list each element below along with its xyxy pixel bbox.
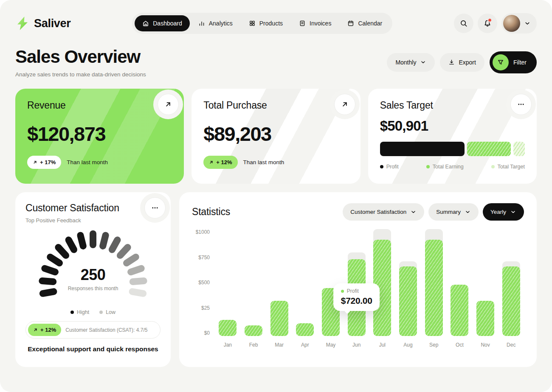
purchase-expand-button[interactable] — [334, 94, 355, 115]
nav-item-calendar[interactable]: Calendar — [340, 15, 390, 31]
legend-dot — [380, 165, 383, 168]
page-title: Sales Overview — [15, 47, 146, 67]
purchase-value: $89,203 — [203, 122, 348, 146]
products-icon — [249, 20, 256, 27]
csat-delta-badge: + 12% — [28, 324, 61, 336]
bar-oct — [451, 285, 468, 336]
target-segment-total-earning — [467, 142, 511, 156]
chart-column-apr[interactable] — [292, 229, 318, 336]
sales-target-progress — [380, 142, 525, 156]
tooltip-header: Profit — [341, 288, 372, 294]
csat-subtitle: Top Positive Feedback — [25, 217, 161, 224]
period-dropdown[interactable]: Monthly — [387, 53, 435, 72]
target-segment-profit — [380, 142, 465, 156]
gauge-value: 250 — [25, 266, 161, 284]
main-nav: DashboardAnalyticsProductsInvoicesCalend… — [132, 13, 392, 34]
legend-item-low: Low — [99, 309, 115, 315]
x-tick-oct: Oct — [447, 342, 473, 348]
chart-column-jan[interactable] — [215, 229, 241, 336]
stats-filter-label: Summary — [436, 209, 461, 215]
chart-column-mar[interactable] — [266, 229, 292, 336]
statistics-head: Statistics Customer SatisfactionSummaryY… — [192, 203, 524, 221]
legend-label: Total Earning — [433, 164, 464, 170]
export-button[interactable]: Export — [440, 53, 484, 72]
csat-legend: HightLow — [25, 309, 161, 315]
home-icon — [142, 20, 149, 27]
legend-item-total-earning: Total Earning — [426, 164, 464, 170]
revenue-card: Revenue $120,873 + 17% Than last month — [15, 89, 184, 184]
search-button[interactable] — [454, 14, 473, 33]
purchase-delta-value: + 12% — [216, 159, 232, 165]
gauge-segment — [99, 231, 110, 250]
legend-item-total-target: Total Target — [491, 164, 525, 170]
csat-menu-button[interactable] — [144, 197, 166, 218]
period-label: Monthly — [395, 59, 416, 66]
nav-item-invoices[interactable]: Invoices — [291, 15, 339, 31]
chart-tooltip: Profit $720.00 — [333, 283, 380, 311]
sales-target-legend: ProfitTotal EarningTotal Target — [380, 164, 525, 170]
bar-mar — [270, 301, 288, 336]
arrow-up-right-icon — [209, 160, 214, 165]
statistics-card: Statistics Customer SatisfactionSummaryY… — [179, 192, 537, 367]
chart-column-aug[interactable] — [395, 229, 421, 336]
notifications-button[interactable] — [478, 14, 497, 33]
tooltip-series-dot — [341, 290, 344, 293]
stats-filter-yearly[interactable]: Yearly — [483, 203, 524, 221]
chart-column-jul[interactable] — [369, 229, 395, 336]
nav-item-products[interactable]: Products — [241, 15, 290, 31]
chevron-down-icon — [524, 20, 531, 27]
chevron-down-icon — [465, 209, 471, 215]
arrow-up-right-icon — [164, 101, 172, 108]
chart-plot-area: JanFebMarAprMayJunJulAugSepOctNovDec Pro… — [215, 229, 524, 348]
x-tick-jul: Jul — [369, 342, 395, 348]
sales-target-card: Sales Target $50,901 ProfitTotal Earning… — [368, 89, 537, 184]
legend-item-hight: Hight — [70, 309, 89, 315]
search-icon — [460, 20, 468, 27]
statistics-title: Statistics — [192, 206, 230, 218]
legend-dot — [491, 165, 495, 168]
arrow-up-right-icon — [33, 328, 38, 332]
bar-dec — [502, 266, 520, 336]
sales-target-value: $50,901 — [380, 118, 525, 134]
nav-item-label: Calendar — [358, 20, 382, 27]
page-head-text: Sales Overview Analyze sales trends to m… — [15, 47, 146, 78]
nav-item-analytics[interactable]: Analytics — [191, 15, 240, 31]
chart-column-oct[interactable] — [447, 229, 473, 336]
export-label: Export — [459, 59, 476, 66]
nav-item-label: Analytics — [209, 20, 233, 27]
x-tick-nov: Nov — [473, 342, 498, 348]
revenue-title: Revenue — [27, 100, 172, 111]
chart-column-sep[interactable] — [421, 229, 447, 336]
x-tick-aug: Aug — [395, 342, 421, 348]
purchase-delta-badge: + 12% — [203, 156, 237, 169]
stats-filter-customer-satisfaction[interactable]: Customer Satisfaction — [343, 203, 424, 221]
calendar-icon — [347, 20, 354, 27]
stats-filter-label: Yearly — [490, 209, 506, 215]
chart-column-jun[interactable] — [344, 229, 369, 336]
chart-column-nov[interactable] — [473, 229, 498, 336]
stats-filter-summary[interactable]: Summary — [428, 203, 479, 221]
legend-label: Low — [106, 309, 115, 315]
chart-column-dec[interactable] — [498, 229, 524, 336]
chevron-down-icon — [420, 59, 426, 65]
chevron-down-icon — [410, 209, 417, 215]
chart-column-may[interactable] — [318, 229, 344, 336]
filter-button[interactable]: Filter — [490, 51, 537, 73]
x-tick-mar: Mar — [266, 342, 292, 348]
csat-footer-text: Exceptional support and quick responses — [25, 345, 161, 353]
topbar-actions — [454, 13, 537, 34]
bar-feb — [245, 325, 262, 336]
revenue-expand-button[interactable] — [158, 94, 179, 115]
revenue-delta-badge: + 17% — [27, 156, 61, 169]
nav-item-dashboard[interactable]: Dashboard — [135, 15, 190, 31]
user-menu[interactable] — [501, 13, 537, 34]
revenue-value: $120,873 — [27, 122, 172, 146]
avatar — [503, 15, 520, 32]
chart-column-feb[interactable] — [241, 229, 267, 336]
chart-y-axis: $1000$750$500$25$0 — [192, 229, 215, 336]
chart-x-axis: JanFebMarAprMayJunJulAugSepOctNovDec — [215, 342, 524, 348]
sales-target-menu-button[interactable] — [510, 94, 532, 115]
target-segment-total-target — [513, 142, 525, 156]
legend-item-profit: Profit — [380, 164, 399, 170]
x-tick-jan: Jan — [215, 342, 241, 348]
